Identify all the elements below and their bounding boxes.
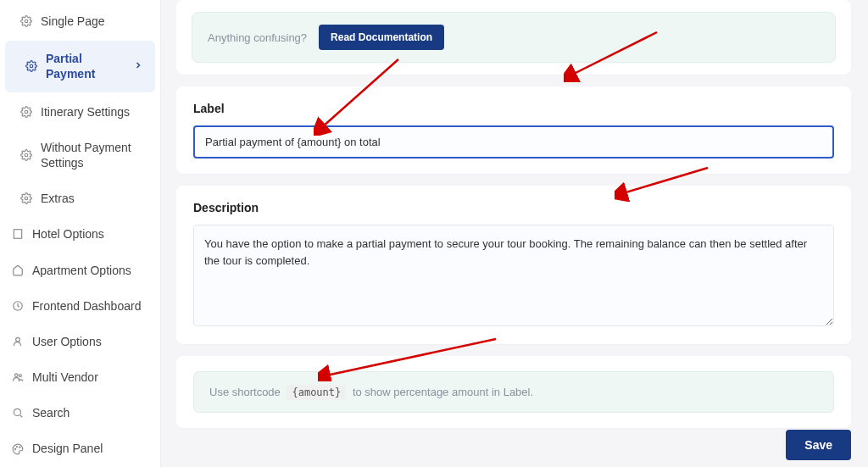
- palette-icon: [12, 443, 24, 455]
- sidebar-item-hotel-options[interactable]: Hotel Options: [0, 216, 160, 252]
- section-title: Label: [193, 102, 834, 115]
- read-documentation-button[interactable]: Read Documentation: [319, 25, 444, 50]
- svg-point-14: [15, 374, 19, 377]
- section-title: Description: [193, 201, 834, 214]
- description-textarea[interactable]: [193, 225, 834, 326]
- svg-point-13: [16, 337, 20, 342]
- svg-rect-5: [14, 230, 21, 239]
- sidebar-item-label: Apartment Options: [32, 263, 148, 278]
- user-icon: [12, 336, 24, 347]
- sidebar-item-label: Partial Payment: [46, 51, 125, 81]
- sidebar-item-label: Frontend Dashboard: [32, 298, 148, 314]
- sidebar-item-label: Hotel Options: [32, 226, 148, 242]
- sidebar-item-multi-vendor[interactable]: Multi Vendor: [0, 359, 160, 395]
- sidebar-item-without-payment-settings[interactable]: Without Payment Settings: [0, 130, 160, 181]
- svg-point-3: [25, 153, 28, 157]
- sidebar-item-label: User Options: [32, 334, 148, 349]
- sidebar-item-user-options[interactable]: User Options: [0, 324, 160, 359]
- gear-icon: [20, 106, 32, 118]
- search-icon: [12, 407, 24, 419]
- sidebar-item-search[interactable]: Search: [0, 395, 160, 431]
- dashboard-icon: [12, 300, 24, 312]
- users-icon: [12, 371, 24, 383]
- sidebar-item-design-panel[interactable]: Design Panel: [0, 431, 160, 466]
- sidebar-item-label: Design Panel: [32, 441, 148, 456]
- svg-point-19: [16, 446, 17, 447]
- sidebar-item-label: Without Payment Settings: [41, 140, 148, 170]
- shortcode-chip: {amount}: [287, 385, 346, 400]
- sidebar-item-label: Single Page: [41, 14, 148, 29]
- main-content: Anything confusing? Read Documentation L…: [161, 0, 868, 467]
- svg-point-4: [25, 197, 28, 200]
- sidebar-item-label: Extras: [41, 191, 148, 206]
- hint-prefix: Use shortcode: [209, 386, 281, 398]
- sidebar-item-label: Multi Vendor: [32, 370, 148, 385]
- sidebar-sub-group: Single Page Partial Payment Itinerary Se…: [0, 3, 160, 216]
- svg-line-17: [20, 415, 23, 418]
- gear-icon: [20, 149, 32, 161]
- sidebar-item-frontend-dashboard[interactable]: Frontend Dashboard: [0, 288, 160, 324]
- sidebar-item-apartment-options[interactable]: Apartment Options: [0, 253, 160, 288]
- sidebar-item-extras[interactable]: Extras: [0, 181, 160, 216]
- gear-icon: [20, 192, 32, 204]
- description-section-card: Description: [176, 186, 851, 344]
- sidebar-item-label: Itinerary Settings: [41, 104, 148, 120]
- label-section-card: Label: [176, 86, 851, 174]
- sidebar-item-itinerary-settings[interactable]: Itinerary Settings: [0, 94, 160, 130]
- svg-point-2: [25, 110, 28, 114]
- home-icon: [12, 264, 24, 276]
- building-icon: [12, 228, 24, 240]
- svg-point-0: [25, 19, 28, 23]
- shortcode-hint-card: Use shortcode {amount} to show percentag…: [176, 356, 851, 428]
- save-button[interactable]: Save: [786, 430, 851, 460]
- sidebar-item-single-page[interactable]: Single Page: [0, 3, 160, 39]
- hint-suffix: to show percentage amount in Label.: [353, 386, 533, 398]
- svg-point-16: [14, 409, 20, 416]
- sidebar-item-label: Search: [32, 405, 148, 420]
- svg-point-1: [30, 65, 33, 69]
- sidebar: Single Page Partial Payment Itinerary Se…: [0, 0, 161, 467]
- gear-icon: [25, 60, 37, 72]
- gear-icon: [20, 15, 32, 27]
- label-input[interactable]: [193, 125, 834, 158]
- chevron-right-icon: [133, 59, 143, 73]
- sidebar-item-partial-payment[interactable]: Partial Payment: [5, 41, 155, 92]
- svg-point-20: [19, 447, 20, 448]
- svg-point-18: [15, 448, 16, 449]
- doc-prompt-text: Anything confusing?: [208, 31, 307, 44]
- svg-point-15: [19, 375, 21, 377]
